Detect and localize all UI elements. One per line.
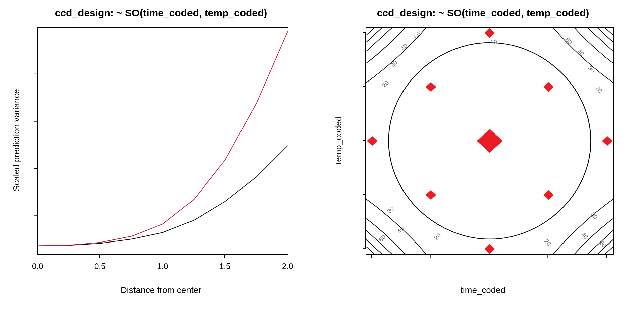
svg-text:40: 40 xyxy=(580,231,589,240)
left-y-ticks xyxy=(31,27,38,255)
svg-text:30: 30 xyxy=(386,205,395,214)
svg-text:10: 10 xyxy=(490,39,497,46)
svg-text:20: 20 xyxy=(433,232,442,241)
left-x-tick-05: 0.5 xyxy=(94,262,104,271)
contour-panel: ccd_design: ~ SO(time_coded, temp_coded)… xyxy=(322,0,644,322)
right-y-ticks xyxy=(360,27,366,255)
left-plot-box xyxy=(37,27,288,255)
right-xlabel: time_coded xyxy=(322,285,644,296)
svg-text:20: 20 xyxy=(381,79,390,89)
left-xlabel: Distance from center xyxy=(0,285,322,296)
svg-text:60: 60 xyxy=(598,239,608,249)
figure: ccd_design: ~ SO(time_coded, temp_coded)… xyxy=(0,0,644,322)
left-x-tick-15: 1.5 xyxy=(219,262,229,271)
svg-text:60: 60 xyxy=(377,233,387,243)
left-x-ticks xyxy=(37,254,288,261)
left-plot-svg xyxy=(38,28,288,254)
svg-text:40: 40 xyxy=(396,225,405,234)
left-x-tick-1: 1.0 xyxy=(157,262,167,271)
variance-dispersion-panel: ccd_design: ~ SO(time_coded, temp_coded)… xyxy=(0,0,322,322)
svg-text:20: 20 xyxy=(594,85,603,94)
right-x-ticks xyxy=(366,254,614,261)
left-ylabel: Scaled prediction variance xyxy=(11,89,22,191)
svg-text:60: 60 xyxy=(564,36,573,46)
left-title: ccd_design: ~ SO(time_coded, temp_coded) xyxy=(0,7,322,19)
svg-text:30: 30 xyxy=(587,65,596,74)
min-variance-curve xyxy=(38,146,288,246)
right-title: ccd_design: ~ SO(time_coded, temp_coded) xyxy=(322,7,644,19)
contour-labels: 10 20 30 40 60 20 30 40 60 20 30 40 60 2… xyxy=(366,28,613,254)
right-plot-box: 10 20 30 40 60 20 30 40 60 20 30 40 60 2… xyxy=(366,27,614,255)
right-ylabel: temp_coded xyxy=(333,116,344,164)
svg-text:40: 40 xyxy=(576,48,585,57)
svg-text:20: 20 xyxy=(543,238,552,247)
left-x-tick-0: 0.0 xyxy=(32,262,42,271)
max-variance-curve xyxy=(38,31,288,246)
svg-text:60: 60 xyxy=(413,31,422,40)
svg-text:30: 30 xyxy=(589,211,599,220)
svg-text:30: 30 xyxy=(389,59,398,68)
left-x-tick-2: 2.0 xyxy=(282,262,292,271)
svg-text:40: 40 xyxy=(399,42,409,52)
